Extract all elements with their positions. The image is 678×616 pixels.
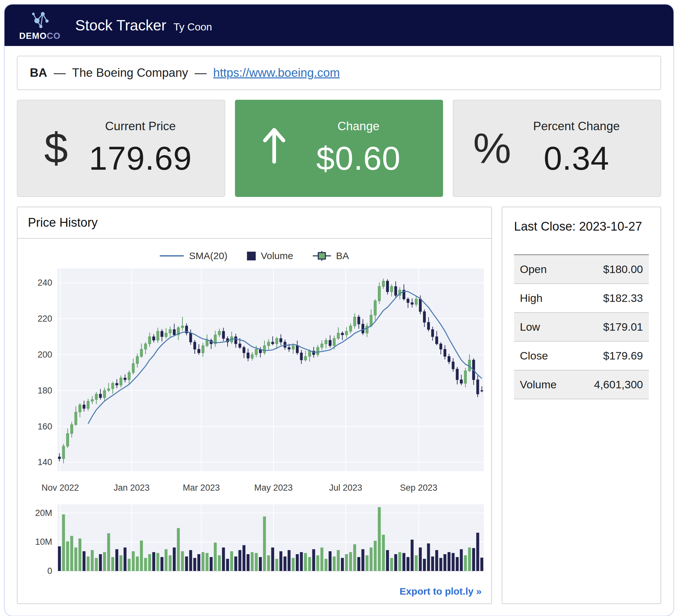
- volume-bar[interactable]: [431, 557, 434, 571]
- candle-body[interactable]: [128, 372, 130, 379]
- volume-bar[interactable]: [251, 552, 254, 571]
- candle-body[interactable]: [206, 340, 209, 346]
- candle-body[interactable]: [136, 356, 139, 363]
- candle-body[interactable]: [235, 337, 237, 344]
- candle-body[interactable]: [165, 333, 167, 336]
- candle-body[interactable]: [431, 329, 434, 336]
- candle-body[interactable]: [460, 379, 463, 383]
- volume-bar[interactable]: [464, 556, 467, 571]
- volume-bar[interactable]: [345, 554, 348, 571]
- volume-bar[interactable]: [472, 548, 475, 571]
- candle-body[interactable]: [75, 412, 77, 424]
- volume-bar[interactable]: [394, 554, 397, 571]
- volume-bar[interactable]: [58, 546, 61, 571]
- export-plotly-link[interactable]: Export to plot.ly »: [400, 586, 482, 597]
- candle-body[interactable]: [251, 355, 254, 358]
- volume-bar[interactable]: [152, 552, 155, 571]
- volume-bar[interactable]: [316, 556, 319, 571]
- volume-bar[interactable]: [435, 550, 438, 571]
- candle-body[interactable]: [427, 322, 430, 329]
- volume-bar[interactable]: [95, 558, 98, 571]
- candle-body[interactable]: [366, 326, 369, 333]
- volume-bar[interactable]: [456, 557, 459, 571]
- candle-body[interactable]: [419, 299, 422, 312]
- candle-body[interactable]: [173, 329, 176, 335]
- candle-body[interactable]: [317, 347, 319, 355]
- volume-bar[interactable]: [468, 547, 471, 571]
- volume-bar[interactable]: [70, 536, 73, 571]
- legend-item-ba[interactable]: BA: [313, 250, 349, 261]
- volume-bar[interactable]: [325, 559, 327, 571]
- volume-bar[interactable]: [284, 557, 287, 571]
- volume-bar[interactable]: [403, 553, 406, 571]
- volume-bar[interactable]: [267, 556, 270, 571]
- candle-body[interactable]: [83, 405, 85, 408]
- candle-body[interactable]: [243, 347, 245, 353]
- volume-bar[interactable]: [181, 551, 184, 571]
- volume-bar[interactable]: [189, 550, 192, 571]
- candle-body[interactable]: [70, 424, 73, 434]
- volume-bar[interactable]: [382, 535, 385, 571]
- volume-bar[interactable]: [321, 547, 324, 571]
- volume-bar[interactable]: [214, 542, 217, 571]
- volume-bar[interactable]: [115, 549, 118, 571]
- volume-bar[interactable]: [349, 552, 352, 571]
- volume-bar[interactable]: [374, 541, 377, 571]
- candle-body[interactable]: [333, 338, 335, 345]
- candle-body[interactable]: [386, 281, 389, 292]
- volume-bar[interactable]: [230, 551, 233, 571]
- candle-body[interactable]: [107, 388, 110, 391]
- candle-body[interactable]: [99, 394, 102, 398]
- volume-bar[interactable]: [443, 554, 446, 571]
- candle-body[interactable]: [407, 299, 409, 302]
- candle-body[interactable]: [255, 349, 258, 355]
- volume-bar[interactable]: [452, 553, 455, 571]
- volume-bar[interactable]: [370, 547, 373, 571]
- candle-body[interactable]: [411, 302, 414, 304]
- volume-bar[interactable]: [168, 556, 172, 571]
- legend-item-volume[interactable]: Volume: [247, 250, 293, 261]
- volume-bar[interactable]: [78, 539, 81, 571]
- candle-body[interactable]: [189, 333, 192, 342]
- volume-bar[interactable]: [390, 558, 393, 571]
- volume-bar[interactable]: [386, 550, 389, 571]
- volume-bar[interactable]: [275, 559, 278, 571]
- candle-body[interactable]: [357, 317, 360, 324]
- candle-body[interactable]: [292, 345, 295, 349]
- volume-bar[interactable]: [406, 557, 409, 571]
- volume-bar[interactable]: [292, 558, 295, 571]
- candle-body[interactable]: [198, 349, 200, 353]
- volume-bar[interactable]: [263, 517, 266, 571]
- candle-body[interactable]: [140, 349, 143, 356]
- volume-bar[interactable]: [86, 557, 89, 571]
- volume-bar[interactable]: [107, 533, 110, 571]
- volume-bar[interactable]: [74, 547, 77, 571]
- volume-bar[interactable]: [62, 514, 65, 571]
- candle-body[interactable]: [144, 344, 147, 350]
- volume-bar[interactable]: [226, 559, 229, 571]
- candle-body[interactable]: [62, 446, 65, 459]
- volume-bar[interactable]: [185, 557, 188, 571]
- volume-bar[interactable]: [411, 540, 414, 571]
- volume-bar[interactable]: [177, 528, 180, 571]
- candle-body[interactable]: [201, 345, 204, 353]
- candle-body[interactable]: [329, 340, 332, 346]
- candle-body[interactable]: [153, 337, 155, 340]
- volume-bar[interactable]: [148, 554, 151, 571]
- volume-bar[interactable]: [140, 540, 143, 571]
- candle-body[interactable]: [124, 378, 126, 380]
- candle-body[interactable]: [169, 329, 172, 333]
- volume-bar[interactable]: [279, 551, 282, 571]
- candle-body[interactable]: [193, 342, 196, 349]
- candle-body[interactable]: [382, 281, 385, 287]
- candle-body[interactable]: [390, 286, 393, 292]
- volume-bar[interactable]: [91, 550, 94, 571]
- legend-item-sma[interactable]: SMA(20): [160, 250, 227, 261]
- volume-bar[interactable]: [288, 550, 290, 571]
- candle-body[interactable]: [263, 345, 266, 353]
- candle-body[interactable]: [321, 344, 323, 347]
- candle-body[interactable]: [112, 383, 114, 389]
- volume-bar[interactable]: [271, 547, 274, 571]
- volume-bar[interactable]: [460, 549, 463, 571]
- volume-bar[interactable]: [329, 551, 332, 571]
